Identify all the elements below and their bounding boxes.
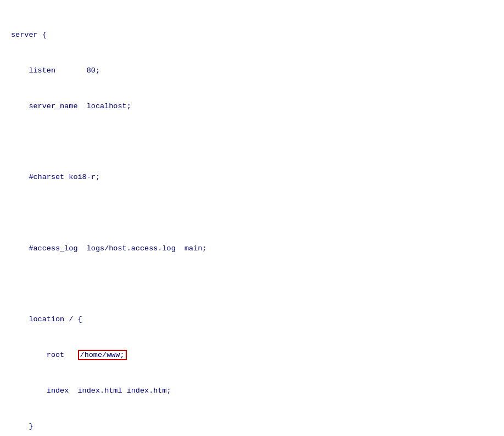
line-10: root /home/www; — [11, 349, 493, 361]
line-12: } — [11, 421, 493, 433]
highlight-root-1: /home/www; — [78, 350, 127, 360]
line-9: location / { — [11, 314, 493, 326]
line-6 — [11, 207, 493, 219]
code-block: server { listen 80; server_name localhos… — [11, 5, 493, 436]
line-5: #charset koi8-r; — [11, 171, 493, 183]
line-2: listen 80; — [11, 65, 493, 77]
line-4 — [11, 136, 493, 148]
line-11: index index.html index.htm; — [11, 385, 493, 397]
line-7: #access_log logs/host.access.log main; — [11, 243, 493, 255]
line-8 — [11, 278, 493, 290]
line-1: server { — [11, 29, 493, 41]
line-3: server_name localhost; — [11, 100, 493, 113]
